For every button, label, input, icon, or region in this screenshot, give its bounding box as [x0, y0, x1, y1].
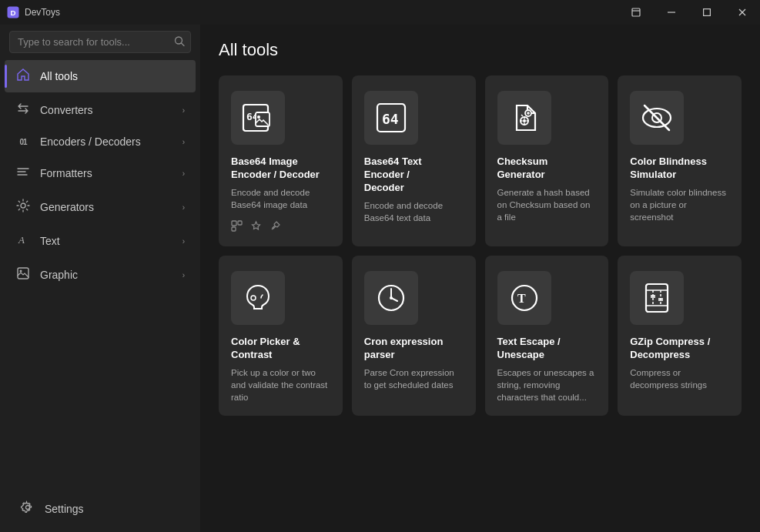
svg-text:A: A — [18, 234, 25, 246]
tool-card-cron[interactable]: Cron expressionparser Parse Cron express… — [352, 256, 476, 416]
sidebar-item-all-tools[interactable]: All tools — [5, 60, 196, 92]
settings-icon — [20, 500, 35, 517]
app-body: All tools Converters › 01 Encoders / Dec… — [0, 25, 760, 532]
base64-text-icon: 64 — [364, 91, 418, 145]
gzip-desc: Compress or decompress strings — [630, 366, 729, 403]
converters-icon — [15, 102, 31, 119]
pin-icon[interactable] — [270, 220, 281, 234]
dock-icon — [631, 8, 641, 17]
tool-card-checksum[interactable]: Checksum Generator Generate a hash based… — [485, 75, 609, 246]
checksum-icon — [497, 91, 551, 145]
svg-point-40 — [390, 296, 393, 299]
svg-rect-23 — [238, 221, 242, 225]
dock-button[interactable] — [618, 0, 654, 25]
base64-image-actions — [231, 220, 330, 234]
color-picker-icon — [231, 271, 285, 325]
titlebar: D DevToys — [0, 0, 760, 25]
svg-rect-24 — [232, 227, 236, 231]
close-button[interactable] — [725, 0, 760, 25]
gzip-icon — [630, 271, 684, 325]
base64-image-icon: 64 — [231, 91, 285, 145]
tool-card-color-picker[interactable]: Color Picker &Contrast Pick up a color o… — [219, 256, 343, 416]
tool-card-text-escape[interactable]: T Text Escape /Unescape Escapes or unesc… — [485, 256, 609, 416]
app-title: DevToys — [25, 7, 60, 18]
tool-card-color-blindness[interactable]: Color BlindnessSimulator Simulate color … — [618, 75, 742, 246]
compact-view-icon[interactable] — [231, 220, 243, 234]
color-blindness-desc: Simulate color blindness on a picture or… — [630, 186, 729, 234]
sidebar-item-encoders[interactable]: 01 Encoders / Decoders › — [5, 128, 196, 156]
svg-rect-2 — [632, 8, 640, 16]
maximize-button[interactable] — [689, 0, 725, 25]
svg-point-21 — [257, 115, 260, 119]
app-icon: D — [6, 5, 20, 19]
checksum-name: Checksum Generator — [497, 156, 597, 182]
converters-chevron: › — [182, 106, 185, 115]
svg-rect-22 — [232, 221, 236, 226]
cron-name: Cron expressionparser — [364, 336, 464, 362]
favorite-icon[interactable] — [250, 220, 262, 234]
sidebar: All tools Converters › 01 Encoders / Dec… — [0, 25, 200, 532]
encoders-chevron: › — [182, 138, 185, 146]
svg-line-25 — [272, 228, 273, 229]
page-title: All tools — [219, 40, 742, 60]
sidebar-item-generators[interactable]: Generators › — [5, 191, 196, 223]
titlebar-left: D DevToys — [6, 5, 60, 19]
sidebar-item-graphic[interactable]: Graphic › — [5, 259, 196, 291]
svg-point-13 — [21, 203, 25, 208]
generators-label: Generators — [40, 201, 173, 213]
encoders-label: Encoders / Decoders — [40, 136, 173, 148]
cron-icon — [364, 271, 418, 325]
gzip-name: GZip Compress /Decompress — [630, 336, 729, 362]
search-input[interactable] — [9, 31, 191, 53]
svg-rect-43 — [646, 284, 668, 312]
sidebar-item-text[interactable]: A Text › — [5, 225, 196, 257]
color-picker-name: Color Picker &Contrast — [231, 336, 330, 362]
sidebar-item-formatters[interactable]: Formatters › — [5, 157, 196, 189]
encoders-icon: 01 — [15, 138, 31, 146]
text-escape-name: Text Escape /Unescape — [497, 336, 597, 362]
home-icon — [15, 68, 31, 85]
search-box — [9, 31, 191, 53]
svg-text:D: D — [10, 8, 15, 17]
sidebar-item-converters[interactable]: Converters › — [5, 94, 196, 126]
svg-point-36 — [251, 296, 256, 300]
svg-line-9 — [182, 43, 185, 46]
sidebar-item-settings[interactable]: Settings — [9, 493, 191, 525]
graphic-icon — [15, 266, 31, 283]
text-chevron: › — [182, 237, 185, 246]
text-escape-desc: Escapes or unescapes a string, removing … — [497, 366, 597, 403]
sidebar-bottom: Settings — [0, 486, 200, 532]
generators-icon — [15, 199, 31, 216]
svg-rect-5 — [704, 9, 711, 16]
titlebar-controls — [618, 0, 760, 25]
tool-card-gzip[interactable]: GZip Compress /Decompress Compress or de… — [618, 256, 742, 416]
formatters-icon — [15, 165, 31, 182]
formatters-label: Formatters — [40, 167, 173, 179]
tool-card-base64-text[interactable]: 64 Base64 Text Encoder /Decoder Encode a… — [352, 75, 476, 246]
search-icon — [174, 35, 185, 49]
generators-chevron: › — [182, 203, 185, 212]
minimize-button[interactable] — [654, 0, 689, 25]
color-blindness-icon — [630, 91, 684, 145]
svg-rect-15 — [18, 268, 28, 279]
cron-desc: Parse Cron expression to get scheduled d… — [364, 366, 464, 403]
maximize-icon — [703, 8, 711, 16]
main-content: All tools 64 Base64 ImageEncoder / Decod… — [200, 25, 760, 532]
text-escape-icon: T — [497, 271, 551, 325]
minimize-icon — [668, 12, 675, 13]
svg-point-29 — [523, 119, 526, 122]
svg-text:T: T — [517, 292, 526, 305]
base64-text-name: Base64 Text Encoder /Decoder — [364, 156, 464, 195]
text-icon: A — [15, 233, 31, 249]
all-tools-label: All tools — [40, 70, 185, 82]
settings-label: Settings — [45, 503, 180, 515]
base64-image-desc: Encode and decode Base64 image data — [231, 186, 330, 211]
checksum-desc: Generate a hash based on Checksum based … — [497, 186, 597, 234]
tool-card-base64-image[interactable]: 64 Base64 ImageEncoder / Decoder Encode … — [219, 75, 343, 246]
base64-text-desc: Encode and decode Base64 text data — [364, 199, 464, 234]
base64-image-name: Base64 ImageEncoder / Decoder — [231, 156, 330, 182]
text-label: Text — [40, 235, 173, 247]
graphic-label: Graphic — [40, 269, 173, 281]
color-blindness-name: Color BlindnessSimulator — [630, 156, 729, 182]
converters-label: Converters — [40, 104, 173, 116]
